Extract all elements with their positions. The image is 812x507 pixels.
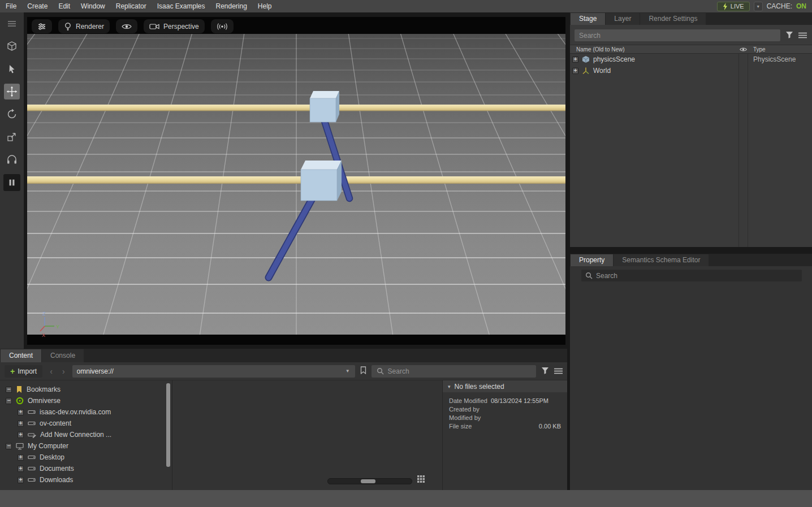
visibility-column-header[interactable] [738, 47, 748, 52]
tree-item-my-computer[interactable]: − My Computer [0, 440, 172, 452]
file-grid-area[interactable] [172, 380, 442, 490]
stage-options-button[interactable] [798, 31, 807, 41]
expander-minus-icon[interactable]: − [6, 443, 12, 449]
tree-item-ov-content[interactable]: + ov-content [0, 418, 172, 429]
cache-label: CACHE: [767, 2, 792, 10]
live-dropdown-button[interactable]: ▼ [754, 2, 763, 11]
details-header[interactable]: ▾ No files selected [443, 380, 567, 392]
property-search-input[interactable] [581, 270, 802, 281]
cursor-icon [6, 63, 18, 75]
import-button[interactable]: + Import [5, 365, 42, 378]
menu-file[interactable]: File [6, 2, 16, 10]
live-button[interactable]: LIVE [717, 2, 750, 11]
viewport-settings-button[interactable] [32, 19, 52, 33]
menu-window[interactable]: Window [81, 2, 105, 10]
expander-minus-icon[interactable]: − [6, 387, 12, 393]
drive-icon [28, 476, 36, 483]
workspace: Z Y X Renderer Perspective [0, 12, 812, 490]
expander-plus-icon[interactable]: + [572, 68, 578, 74]
tab-render-settings[interactable]: Render Settings [640, 13, 706, 25]
collapse-caret-icon[interactable]: ▾ [448, 384, 451, 389]
select-prim-tool-button[interactable] [4, 38, 20, 54]
menu-replicator[interactable]: Replicator [116, 2, 146, 10]
camera-label: Perspective [163, 23, 199, 31]
stage-filter-button[interactable] [785, 31, 793, 41]
expander-plus-icon[interactable]: + [18, 454, 24, 461]
cart-cube-2[interactable] [301, 161, 342, 201]
plus-icon: + [10, 367, 15, 375]
scale-tool-button[interactable] [4, 129, 20, 145]
bookmark-path-button[interactable] [360, 366, 366, 376]
tree-item-omniverse[interactable]: − Omniverse [0, 395, 172, 406]
server-icon [28, 409, 36, 415]
content-toolbar: + Import ‹ › ▼ [0, 362, 567, 380]
snap-tool-button[interactable] [4, 151, 20, 167]
rail-1[interactable] [27, 105, 565, 111]
tree-item-add-new-connection[interactable]: + Add New Connection ... [0, 429, 172, 440]
details-title: No files selected [455, 383, 504, 391]
slider-handle[interactable] [361, 479, 375, 483]
menu-isaac-examples[interactable]: Isaac Examples [157, 2, 205, 10]
camera-menu-button[interactable]: Perspective [144, 19, 205, 33]
scale-icon [6, 131, 18, 142]
cart-cube-1[interactable] [310, 91, 339, 122]
tab-layer[interactable]: Layer [606, 13, 640, 25]
content-search-input[interactable] [388, 367, 531, 375]
stage-row-physicsscene[interactable]: + physicsScene PhysicsScene [570, 54, 812, 65]
content-options-button[interactable] [554, 366, 563, 376]
tree-item-isaac-dev[interactable]: + isaac-dev.ov.nvidia.com [0, 406, 172, 418]
select-tool-button[interactable] [4, 61, 20, 77]
expander-plus-icon[interactable]: + [18, 466, 24, 472]
viewport-canvas[interactable]: Z Y X [27, 17, 565, 345]
grid-view-button[interactable] [417, 475, 425, 486]
forward-button[interactable]: › [60, 367, 67, 376]
name-column-header[interactable]: Name (Old to New) [570, 46, 738, 53]
rail-2[interactable] [27, 176, 565, 184]
pause-simulation-button[interactable] [3, 174, 20, 191]
thumbnail-size-slider[interactable] [327, 478, 412, 484]
menu-create[interactable]: Create [27, 2, 47, 10]
stage-column-headers: Name (Old to New) Type [570, 45, 812, 54]
tree-item-desktop[interactable]: + Desktop [0, 452, 172, 463]
tab-property[interactable]: Property [571, 254, 613, 266]
expander-plus-icon[interactable]: + [18, 409, 24, 415]
toolbar-drag-handle[interactable] [4, 16, 20, 32]
type-column-header[interactable]: Type [748, 46, 812, 53]
detail-date-modified: Date Modified 08/13/2024 12:55PM [449, 397, 561, 404]
expander-plus-icon[interactable]: + [18, 421, 24, 427]
tab-content[interactable]: Content [1, 349, 41, 362]
move-tool-button[interactable] [4, 84, 20, 99]
magnifier-icon [585, 272, 593, 279]
expander-plus-icon[interactable]: + [18, 432, 24, 438]
audio-button[interactable] [211, 19, 234, 33]
tab-semantics-schema-editor[interactable]: Semantics Schema Editor [614, 254, 709, 266]
column-divider [738, 54, 739, 247]
content-filter-button[interactable] [541, 366, 549, 376]
tree-item-bookmarks[interactable]: − Bookmarks [0, 384, 172, 395]
tab-console[interactable]: Console [42, 349, 84, 362]
back-button[interactable]: ‹ [47, 367, 55, 376]
path-dropdown-button[interactable]: ▼ [340, 369, 355, 374]
menu-help[interactable]: Help [258, 2, 272, 10]
menu-rendering[interactable]: Rendering [215, 2, 247, 10]
renderer-menu-button[interactable]: Renderer [58, 19, 110, 33]
expander-minus-icon[interactable]: − [6, 398, 12, 404]
tree-scrollbar[interactable] [166, 383, 170, 467]
tree-item-label: Bookmarks [27, 385, 61, 393]
rotate-tool-button[interactable] [4, 106, 20, 122]
audio-waves-icon [217, 23, 228, 31]
visibility-menu-button[interactable] [116, 19, 137, 33]
property-tab-bar: Property Semantics Schema Editor [570, 254, 812, 266]
expander-plus-icon[interactable]: + [18, 477, 24, 483]
stage-search-input[interactable] [575, 29, 780, 41]
path-input[interactable] [72, 367, 340, 375]
server-icon [28, 420, 36, 427]
axis-z-label: Z [42, 311, 46, 317]
stage-row-world[interactable]: + World [570, 65, 812, 76]
tab-stage[interactable]: Stage [571, 13, 605, 25]
expander-plus-icon[interactable]: + [572, 57, 578, 63]
menu-edit[interactable]: Edit [58, 2, 70, 10]
tree-item-documents[interactable]: + Documents [0, 463, 172, 474]
tree-item-downloads[interactable]: + Downloads [0, 474, 172, 486]
stage-panel: Stage Layer Render Settings Name (Old to… [570, 12, 812, 247]
